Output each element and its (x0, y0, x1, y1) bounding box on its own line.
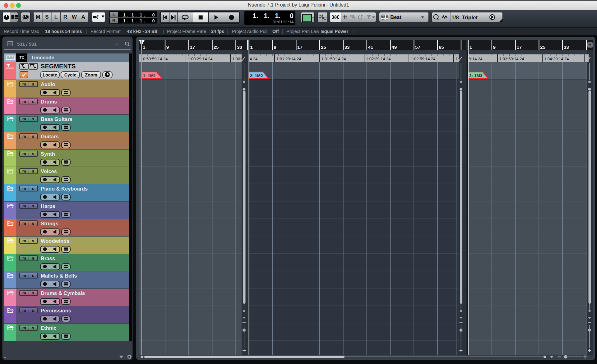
svg-text:25: 25 (321, 44, 326, 50)
svg-text:25: 25 (540, 44, 545, 50)
svg-text:4.24: 4.24 (250, 57, 257, 61)
svg-text:17: 17 (297, 44, 303, 50)
svg-text:1: 1 (250, 44, 253, 50)
svg-text:1:02:29:14.24: 1:02:29:14.24 (366, 57, 391, 61)
svg-text:1:01:29:14.24: 1:01:29:14.24 (276, 57, 301, 61)
svg-text:17: 17 (516, 44, 522, 50)
svg-text:1:04:29:14.24: 1:04:29:14.24 (544, 57, 569, 61)
svg-text:2: 1M2: 2: 1M2 (250, 73, 263, 78)
svg-text:49: 49 (391, 44, 397, 50)
svg-text:17: 17 (190, 44, 195, 50)
svg-text:1:00:29:14.24: 1:00:29:14.24 (188, 57, 213, 61)
svg-text:33: 33 (345, 44, 350, 50)
svg-text:9: 9 (166, 44, 169, 50)
svg-text:1: 1 (470, 44, 472, 50)
svg-text:65: 65 (439, 44, 444, 50)
svg-text:1:02:59:14.24: 1:02:59:14.24 (411, 57, 436, 61)
svg-text:33: 33 (237, 44, 242, 50)
svg-text:57: 57 (415, 44, 420, 50)
svg-text:3: 1M3: 3: 1M3 (469, 73, 483, 78)
svg-text:1:03:59:14.24: 1:03:59:14.24 (499, 57, 524, 61)
svg-text:0:59:59:14.24: 0:59:59:14.24 (143, 57, 168, 61)
svg-text:9: 9 (274, 44, 276, 50)
svg-text:41: 41 (368, 44, 373, 50)
svg-text:1: 1 (143, 44, 145, 50)
svg-text:9: 9 (493, 44, 496, 50)
svg-text:9:14.24: 9:14.24 (469, 57, 482, 61)
svg-text:25: 25 (213, 44, 219, 50)
svg-text:33: 33 (564, 44, 569, 50)
svg-text:1:: 1: (456, 57, 459, 61)
svg-text:1: 1M1: 1: 1M1 (143, 73, 156, 78)
svg-text:1:01:59:14.24: 1:01:59:14.24 (321, 57, 346, 61)
